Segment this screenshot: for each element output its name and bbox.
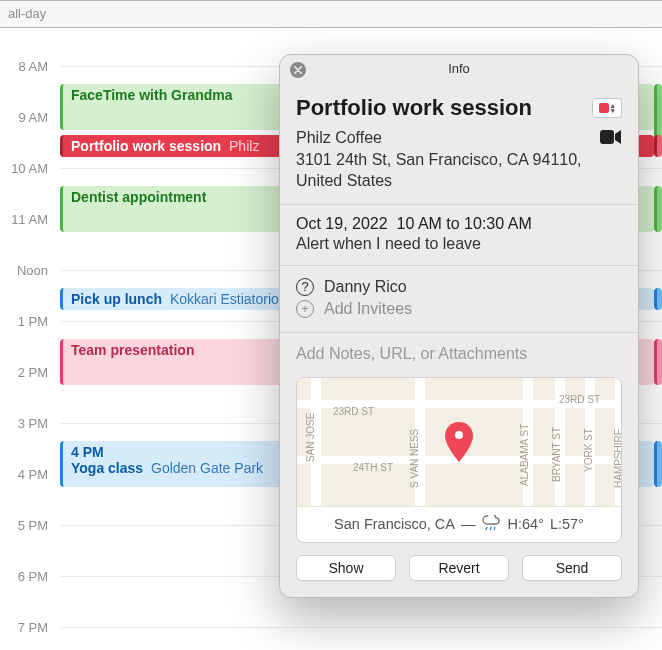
hour-label: 9 AM: [18, 110, 48, 125]
rain-cloud-icon: [481, 515, 501, 534]
street-label: SAN JOSE: [305, 412, 316, 461]
event-location: Philz: [225, 138, 259, 154]
add-invitees-button[interactable]: + Add Invitees: [296, 298, 622, 320]
event-title: FaceTime with Grandma: [71, 87, 233, 103]
event-title-input[interactable]: Portfolio work session: [296, 95, 532, 121]
hour-label: 8 AM: [18, 59, 48, 74]
adjacent-day-stripe: [654, 288, 662, 310]
location-map[interactable]: 23RD ST 24TH ST 23RD ST SAN JOSE S VAN N…: [296, 377, 622, 543]
street-label: S VAN NESS: [409, 429, 420, 488]
event-date: Oct 19, 2022: [296, 215, 388, 232]
question-icon: ?: [296, 278, 314, 296]
adjacent-day-stripe: [654, 186, 662, 232]
hour-label: 1 PM: [18, 314, 48, 329]
show-button[interactable]: Show: [296, 555, 396, 581]
street-label: YORK ST: [583, 428, 594, 472]
event-title: Yoga class: [71, 460, 143, 476]
event-title: Portfolio work session: [71, 138, 221, 154]
weather-lo: L:57°: [550, 516, 584, 532]
calendar-color-picker[interactable]: ▴▾: [592, 98, 622, 118]
weather-sep: —: [461, 516, 476, 532]
street-label: 24TH ST: [353, 462, 393, 473]
hour-gutter: 8 AM 9 AM 10 AM 11 AM Noon 1 PM 2 PM 3 P…: [0, 28, 52, 650]
event-info-popover: Info Portfolio work session ▴▾ Philz Cof…: [279, 54, 639, 598]
plus-icon: +: [296, 300, 314, 318]
hour-label: 6 PM: [18, 569, 48, 584]
street-label: ALABAMA ST: [519, 424, 530, 486]
weather-hi: H:64°: [507, 516, 543, 532]
color-swatch: [599, 103, 609, 113]
street-label: HAMPSHIRE: [613, 428, 622, 487]
location-address: 3101 24th St, San Francisco, CA 94110, U…: [296, 151, 582, 190]
video-icon[interactable]: [600, 127, 622, 150]
event-location: Golden Gate Park: [147, 460, 263, 476]
hour-label: 2 PM: [18, 365, 48, 380]
event-time: 4 PM: [71, 444, 104, 460]
location-name: Philz Coffee: [296, 129, 382, 146]
hour-label: 7 PM: [18, 620, 48, 635]
event-time: 10 AM to 10:30 AM: [397, 215, 532, 232]
hour-label: 5 PM: [18, 518, 48, 533]
svg-line-2: [486, 527, 487, 530]
event-alert-field[interactable]: Alert when I need to leave: [296, 235, 622, 253]
street-label: BRYANT ST: [551, 427, 562, 482]
svg-point-1: [455, 431, 463, 439]
weather-city: San Francisco, CA: [334, 516, 455, 532]
hour-label: Noon: [17, 263, 48, 278]
invitee-name: Danny Rico: [324, 278, 407, 296]
street-label: 23RD ST: [559, 394, 600, 405]
invitee-row[interactable]: ? Danny Rico: [296, 276, 622, 298]
street-label: 23RD ST: [333, 406, 374, 417]
send-button[interactable]: Send: [522, 555, 622, 581]
all-day-row[interactable]: all-day: [0, 0, 662, 28]
event-title: Dentist appointment: [71, 189, 206, 205]
adjacent-day-stripe: [654, 339, 662, 385]
chevron-updown-icon: ▴▾: [611, 103, 615, 113]
add-invitees-label: Add Invitees: [324, 300, 412, 318]
popover-header: Info: [280, 61, 638, 76]
hour-label: 11 AM: [11, 212, 48, 227]
hour-label: 4 PM: [18, 467, 48, 482]
event-datetime-field[interactable]: Oct 19, 2022 10 AM to 10:30 AM: [296, 215, 622, 233]
event-title: Pick up lunch: [71, 291, 162, 307]
map-pin-icon: [444, 422, 474, 466]
event-title: Team presentation: [71, 342, 194, 358]
hour-label: 10 AM: [11, 161, 48, 176]
svg-line-3: [490, 527, 491, 530]
event-location: Kokkari Estiatorio: [166, 291, 279, 307]
revert-button[interactable]: Revert: [409, 555, 509, 581]
map-weather-footer: San Francisco, CA — H:64° L:57°: [297, 506, 621, 542]
adjacent-day-stripe: [654, 441, 662, 487]
notes-field[interactable]: Add Notes, URL, or Attachments: [296, 343, 622, 373]
event-location-field[interactable]: Philz Coffee 3101 24th St, San Francisco…: [296, 127, 600, 192]
svg-rect-0: [600, 130, 614, 144]
hour-label: 3 PM: [18, 416, 48, 431]
svg-line-4: [494, 527, 495, 530]
adjacent-day-stripe: [654, 135, 662, 157]
